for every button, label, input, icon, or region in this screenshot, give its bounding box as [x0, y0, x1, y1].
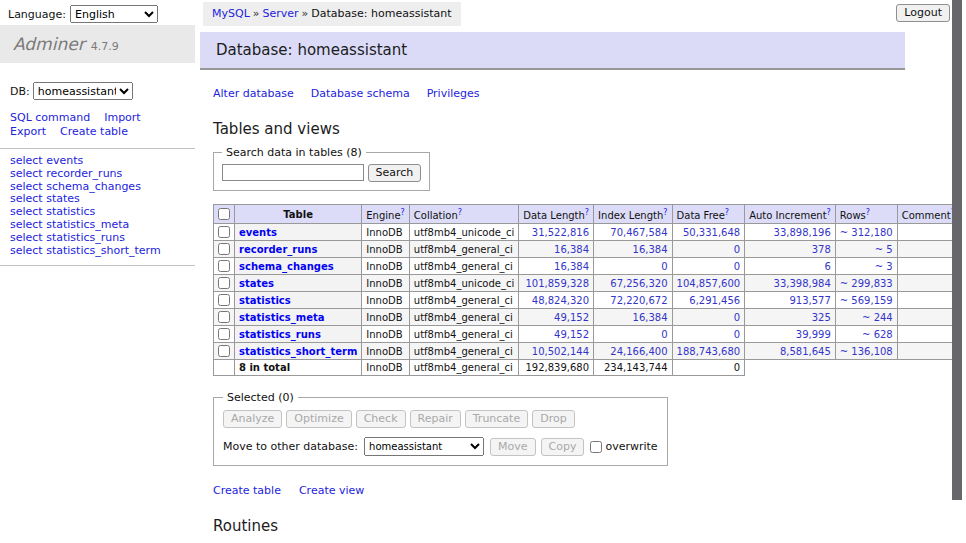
col-header-label: Comment [902, 210, 951, 221]
vertical-scrollbar-thumb[interactable] [952, 0, 962, 500]
data-free-hint-link[interactable]: ? [725, 208, 729, 217]
table-row: recorder_runsInnoDButf8mb4_general_ci16,… [214, 241, 960, 258]
table-name-link[interactable]: events [239, 227, 277, 238]
comment-cell [897, 241, 959, 258]
breadcrumb-separator: » [253, 7, 260, 20]
create-view-link[interactable]: Create view [299, 484, 364, 497]
sql-command-link[interactable]: SQL command [10, 111, 90, 124]
check-button[interactable]: Check [356, 410, 406, 428]
engine-cell: InnoDB [362, 241, 410, 258]
analyze-button[interactable]: Analyze [223, 410, 282, 428]
data-length-cell: 48,824,320 [519, 292, 594, 309]
table-name-cell: statistics_short_term [235, 343, 362, 360]
row-checkbox[interactable] [218, 226, 230, 238]
rows-count-cell: ~ 3 [835, 258, 897, 275]
index-length-cell: 16,384 [594, 241, 672, 258]
comment-cell [897, 224, 959, 241]
logout-button[interactable]: Logout [896, 4, 950, 22]
table-name-link[interactable]: statistics_short_term [239, 346, 357, 357]
alter-database-link[interactable]: Alter database [213, 87, 294, 100]
copy-button[interactable]: Copy [541, 438, 585, 456]
search-input[interactable] [222, 164, 364, 181]
data-free-cell: 188,743,680 [672, 343, 745, 360]
breadcrumb-server-link[interactable]: Server [263, 7, 299, 20]
breadcrumb-mysql-link[interactable]: MySQL [212, 7, 250, 20]
engine-cell: InnoDB [362, 224, 410, 241]
table-name-link[interactable]: statistics_meta [239, 312, 324, 323]
table-name-link[interactable]: schema_changes [239, 261, 334, 272]
sidebar-select-link[interactable]: select statistics_short_term [10, 245, 195, 258]
database-schema-link[interactable]: Database schema [311, 87, 410, 100]
optimize-button[interactable]: Optimize [286, 410, 351, 428]
create-table-sidebar-link[interactable]: Create table [60, 125, 128, 138]
auto-increment-hint-link[interactable]: ? [827, 208, 831, 217]
col-header-label: Data Length [523, 210, 585, 221]
col-header-label: Auto Increment [749, 210, 826, 221]
move-db-select[interactable]: homeassistant [364, 437, 484, 456]
row-checkbox[interactable] [218, 260, 230, 272]
sidebar-select-link[interactable]: select statistics_runs [10, 232, 195, 245]
data-free-cell: 0 [672, 241, 745, 258]
engine-hint-link[interactable]: ? [401, 208, 405, 217]
comment-cell [897, 275, 959, 292]
row-checkbox[interactable] [218, 345, 230, 357]
sidebar: Language: English Adminer 4.7.9 DB: home… [0, 0, 195, 266]
rows-hint-link[interactable]: ? [866, 208, 870, 217]
sidebar-select-link[interactable]: select statistics_meta [10, 219, 195, 232]
data-length-cell: 10,502,144 [519, 343, 594, 360]
col-header-data-free: Data Free? [672, 205, 745, 224]
table-name-link[interactable]: recorder_runs [239, 244, 317, 255]
row-checkbox[interactable] [218, 311, 230, 323]
db-select[interactable]: homeassistant [33, 82, 133, 100]
index-length-cell: 0 [594, 258, 672, 275]
sidebar-select-link[interactable]: select recorder_runs [10, 168, 195, 181]
col-header-table: Table [235, 205, 362, 224]
privileges-link[interactable]: Privileges [427, 87, 480, 100]
table-name-link[interactable]: statistics_runs [239, 329, 321, 340]
engine-cell: InnoDB [362, 326, 410, 343]
breadcrumb: MySQL»Server»Database: homeassistant [203, 2, 461, 26]
collation-hint-link[interactable]: ? [458, 208, 462, 217]
data-free-cell: 0 [672, 326, 745, 343]
select-all-checkbox[interactable] [218, 208, 230, 220]
drop-button[interactable]: Drop [532, 410, 574, 428]
repair-button[interactable]: Repair [410, 410, 461, 428]
col-header-rows: Rows? [835, 205, 897, 224]
search-button[interactable]: Search [368, 164, 422, 182]
row-select-cell [214, 309, 235, 326]
move-button[interactable]: Move [490, 438, 536, 456]
table-name-link[interactable]: states [239, 278, 274, 289]
create-table-link[interactable]: Create table [213, 484, 281, 497]
col-header-engine: Engine? [362, 205, 410, 224]
col-header-label: Data Free [677, 210, 725, 221]
row-select-cell [214, 343, 235, 360]
truncate-button[interactable]: Truncate [465, 410, 528, 428]
table-row: eventsInnoDButf8mb4_unicode_ci31,522,816… [214, 224, 960, 241]
rows-count-cell: ~ 312,180 [835, 224, 897, 241]
export-link[interactable]: Export [10, 125, 46, 138]
auto-increment-cell: 6 [745, 258, 836, 275]
row-checkbox[interactable] [218, 277, 230, 289]
overwrite-checkbox[interactable] [590, 441, 602, 453]
data-length-hint-link[interactable]: ? [585, 208, 589, 217]
language-select[interactable]: English [70, 5, 158, 23]
table-row: statesInnoDButf8mb4_unicode_ci101,859,32… [214, 275, 960, 292]
index-length-hint-link[interactable]: ? [663, 208, 667, 217]
sidebar-select-link[interactable]: select events [10, 155, 195, 168]
select-all-cell [214, 205, 235, 224]
rows-count-cell: ~ 569,159 [835, 292, 897, 309]
total-engine-cell: InnoDB [362, 360, 410, 376]
collation-cell: utf8mb4_unicode_ci [409, 275, 518, 292]
import-link[interactable]: Import [104, 111, 141, 124]
app-logo: Adminer [13, 34, 85, 54]
row-checkbox[interactable] [218, 243, 230, 255]
table-row: statistics_short_termInnoDButf8mb4_gener… [214, 343, 960, 360]
table-name-link[interactable]: statistics [239, 295, 291, 306]
app-version: 4.7.9 [91, 35, 119, 53]
language-row: Language: English [0, 0, 195, 25]
engine-cell: InnoDB [362, 275, 410, 292]
row-checkbox[interactable] [218, 328, 230, 340]
rows-count-cell: ~ 299,833 [835, 275, 897, 292]
breadcrumb-current: Database: homeassistant [311, 7, 451, 20]
row-checkbox[interactable] [218, 294, 230, 306]
